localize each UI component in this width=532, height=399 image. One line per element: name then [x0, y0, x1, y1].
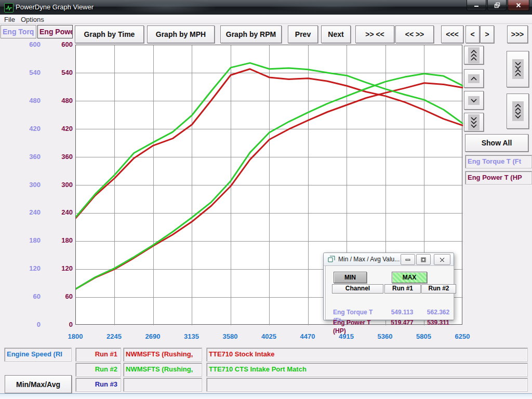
minmax-window: Min / Max / Avg Valu... MIN MAX Channel …: [323, 252, 454, 321]
x-tick-label: 4025: [254, 332, 285, 341]
y-tick-label-torque: 0: [0, 320, 41, 329]
title-bar: PowerDyne Graph Viewer: [0, 0, 532, 15]
y-tick-label-torque: 240: [0, 208, 41, 217]
toolbar-button-[interactable]: >>>: [507, 25, 528, 43]
minmax-cell: Eng Torque T (Ft-: [333, 308, 382, 316]
tab-eng-torque[interactable]: Eng Torq: [1, 25, 36, 38]
y-tick-label-power: 600: [44, 40, 73, 49]
minmax-close-button[interactable]: [434, 254, 450, 265]
legend-item-power[interactable]: Eng Power T (HP: [465, 171, 532, 184]
y-tick-label-torque: 120: [0, 264, 41, 273]
min-button[interactable]: MIN: [334, 272, 367, 283]
toolbar-button-prev[interactable]: Prev: [288, 25, 318, 43]
x-tick-label: 6250: [447, 332, 478, 341]
menu-options[interactable]: Options: [18, 15, 47, 24]
toolbar-button-graph-by-mph[interactable]: Graph by MPH: [147, 25, 215, 43]
chevron-up-button[interactable]: [464, 69, 484, 88]
minmax-title-bar[interactable]: Min / Max / Avg Valu...: [324, 253, 454, 266]
y-tick-label-power: 240: [44, 208, 73, 217]
menu-bar: File Options: [0, 15, 532, 24]
x-tick-label: 4915: [331, 332, 362, 341]
minimize-icon: [405, 257, 411, 263]
double-chevron-down-up-button[interactable]: [507, 51, 529, 87]
column-header-run1: Run #1: [384, 284, 421, 294]
max-button[interactable]: MAX: [392, 272, 427, 283]
x-tick-label: 5360: [369, 332, 401, 341]
y-tick-label-torque: 480: [0, 96, 41, 105]
column-header-channel: Channel: [332, 284, 383, 294]
minmax-minimize-button[interactable]: [401, 254, 415, 265]
x-tick-label: 1800: [60, 332, 91, 341]
run-label-1: Run #1: [75, 348, 121, 362]
toolbar-button-graph-by-rpm[interactable]: Graph by RPM: [220, 25, 282, 43]
y-tick-label-power: 180: [44, 236, 73, 245]
x-tick-label: 3135: [176, 332, 207, 341]
y-tick-label-torque: 180: [0, 236, 41, 245]
double-chevron-up-down-button[interactable]: [507, 94, 529, 129]
chevron-down-button[interactable]: [464, 91, 484, 110]
y-tick-label-torque: 360: [0, 152, 41, 162]
minmaxavg-button[interactable]: Min/Max/Avg: [5, 375, 72, 393]
toolbar-button-[interactable]: >> <<: [355, 25, 394, 43]
y-tick-label-torque: 300: [0, 180, 41, 190]
minmax-restore-button[interactable]: [416, 254, 431, 265]
close-button[interactable]: [508, 0, 529, 11]
double-chevron-up-down-icon: [512, 101, 524, 121]
column-header-run2: Run #2: [421, 284, 456, 294]
run-description-2: TTE710 CTS Intake Port Match: [206, 363, 528, 377]
run-description-3: [206, 378, 528, 392]
triple-chevron-down-button[interactable]: [464, 113, 484, 131]
y-tick-label-power: 360: [44, 152, 73, 162]
chevron-down-icon: [468, 96, 480, 105]
toolbar-button-[interactable]: <<<: [441, 25, 463, 43]
double-chevron-down-up-icon: [512, 59, 524, 79]
close-icon: [515, 2, 522, 9]
legend-item-torque[interactable]: Eng Torque T (Ft: [465, 155, 532, 168]
run-label-3: Run #3: [75, 378, 121, 392]
run-label-2: Run #2: [75, 363, 121, 377]
triple-chevron-down-icon: [468, 114, 480, 130]
tab-eng-power[interactable]: Eng Powe: [37, 25, 73, 38]
y-tick-label-power: 420: [44, 124, 73, 134]
minimize-button[interactable]: [467, 0, 486, 11]
triple-chevron-up-icon: [468, 47, 480, 63]
y-tick-label-torque: 540: [0, 68, 41, 77]
toolbar-button-[interactable]: <: [466, 25, 480, 43]
restore-button[interactable]: [487, 0, 507, 11]
menu-file[interactable]: File: [1, 15, 18, 24]
x-tick-label: 5805: [408, 332, 440, 341]
y-tick-label-power: 60: [44, 292, 73, 301]
y-tick-label-torque: 420: [0, 124, 41, 134]
toolbar-button-[interactable]: << >>: [395, 25, 434, 43]
chevron-up-icon: [468, 74, 480, 83]
y-tick-label-power: 480: [44, 96, 73, 105]
triple-chevron-up-button[interactable]: [464, 46, 484, 64]
x-tick-label: 4470: [292, 332, 323, 341]
app-window: PowerDyne Graph Viewer File Options Eng …: [0, 0, 532, 399]
minimize-icon: [473, 2, 480, 9]
window-title: PowerDyne Graph Viewer: [16, 3, 94, 11]
toolbar-button-[interactable]: >: [480, 25, 494, 43]
app-icon: [4, 3, 14, 12]
restore-icon: [420, 257, 427, 263]
status-bar: [0, 393, 532, 399]
minmax-cell: 519.477: [384, 318, 420, 327]
y-tick-label-power: 120: [44, 264, 73, 273]
minmax-cell: Eng Power T (HP): [333, 318, 382, 327]
show-all-button[interactable]: Show All: [465, 134, 528, 152]
run-description-1: TTE710 Stock Intake: [206, 348, 528, 362]
y-tick-label-torque: 60: [0, 292, 41, 301]
minmax-window-title: Min / Max / Avg Valu...: [338, 256, 400, 263]
x-tick-label: 2245: [99, 332, 130, 341]
y-tick-label-torque: 600: [0, 40, 41, 49]
minmax-cell: 562.362: [421, 308, 455, 316]
y-tick-label-power: 0: [44, 320, 73, 329]
run-file-1: NWMSFTS (Rushing,: [123, 348, 202, 362]
x-axis-channel-field: Engine Speed (RI: [4, 348, 72, 362]
run-file-3: [123, 378, 202, 392]
x-tick-label: 2690: [137, 332, 168, 341]
minmax-cell: 539.311: [421, 318, 455, 327]
toolbar-button-graph-by-time[interactable]: Graph by Time: [75, 25, 144, 43]
toolbar-button-next[interactable]: Next: [321, 25, 351, 43]
run-file-2: NWMSFTS (Rushing,: [123, 363, 202, 377]
